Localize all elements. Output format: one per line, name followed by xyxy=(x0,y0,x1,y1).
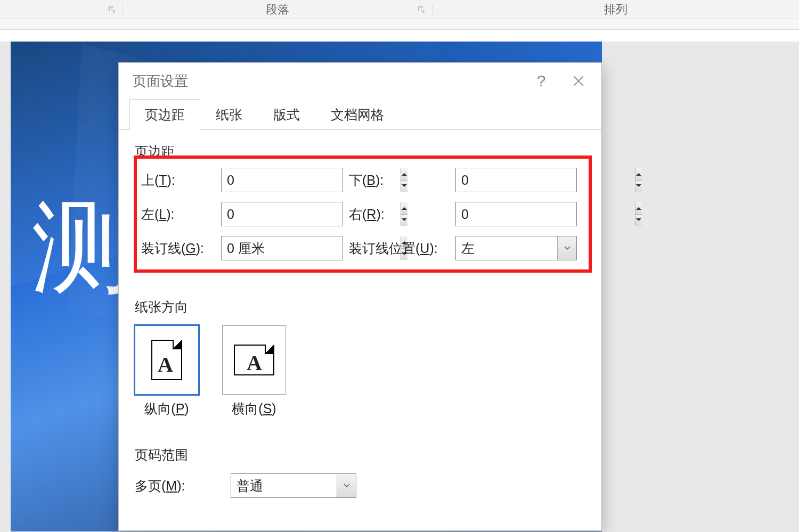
margin-bottom-value[interactable] xyxy=(456,168,635,192)
ribbon-group-arrange[interactable]: 排列 xyxy=(433,0,799,19)
dialog-launcher-icon[interactable] xyxy=(108,5,116,14)
margin-right-input[interactable] xyxy=(455,202,577,226)
dialog-body: 页边距 上(T): 下(B): xyxy=(119,130,601,530)
tab-grid[interactable]: 文档网格 xyxy=(315,99,399,130)
gutter-input[interactable] xyxy=(221,236,343,260)
ribbon-group-left xyxy=(0,0,123,19)
tab-layout[interactable]: 版式 xyxy=(258,99,315,130)
margins-grid: 上(T): 下(B): xyxy=(141,163,583,265)
margin-right-value[interactable] xyxy=(456,202,635,226)
ribbon: 段落 排列 xyxy=(0,0,799,19)
label-gutter-position: 装订线位置(U): xyxy=(344,240,455,257)
orientation-portrait-option[interactable]: A 纵向(P) xyxy=(135,325,199,418)
dialog-launcher-icon[interactable] xyxy=(417,5,426,14)
ribbon-group-arrange-label: 排列 xyxy=(604,2,627,18)
gutter-position-value: 左 xyxy=(456,236,557,260)
tab-paper[interactable]: 纸张 xyxy=(200,99,258,130)
gutter-position-select[interactable]: 左 xyxy=(455,236,577,260)
margin-left-input[interactable] xyxy=(221,202,343,226)
dropdown-button[interactable] xyxy=(337,474,356,497)
label-multi-page: 多页(M): xyxy=(135,477,231,495)
tab-margins[interactable]: 页边距 xyxy=(129,99,200,130)
margin-top-input[interactable] xyxy=(221,168,343,192)
multi-page-select[interactable]: 普通 xyxy=(231,473,356,498)
ruler xyxy=(0,19,799,30)
ribbon-group-paragraph[interactable]: 段落 xyxy=(123,0,432,19)
orientation-portrait-label: 纵向(P) xyxy=(135,400,199,418)
spin-up-button[interactable] xyxy=(635,168,642,181)
label-bottom: 下(B): xyxy=(344,171,455,189)
spin-down-button[interactable] xyxy=(635,215,642,226)
dialog-titlebar[interactable]: 页面设置 ? xyxy=(119,63,601,99)
page-portrait-icon: A xyxy=(151,340,182,380)
spin-up-button[interactable] xyxy=(635,202,642,215)
orientation-landscape-option[interactable]: A 横向(S) xyxy=(222,325,286,418)
page-setup-dialog: 页面设置 ? 页边距 纸张 版式 文档网格 页边距 上(T): xyxy=(118,62,602,531)
ribbon-group-paragraph-label: 段落 xyxy=(266,2,289,18)
label-left: 左(L): xyxy=(141,206,221,223)
section-margins-title: 页边距 xyxy=(135,143,589,160)
section-orientation: 纸张方向 A 纵向(P) xyxy=(135,295,286,418)
margin-bottom-input[interactable] xyxy=(455,168,577,192)
close-button[interactable] xyxy=(560,65,597,97)
page-landscape-icon: A xyxy=(234,345,274,375)
dialog-title: 页面设置 xyxy=(133,72,188,91)
label-right: 右(R): xyxy=(344,206,455,223)
orientation-landscape-label: 横向(S) xyxy=(222,400,286,418)
landscape-thumbnail: A xyxy=(222,325,286,395)
portrait-thumbnail: A xyxy=(135,325,199,395)
label-top: 上(T): xyxy=(141,171,221,189)
section-page-range: 页码范围 多页(M): 普通 xyxy=(135,443,577,499)
dropdown-button[interactable] xyxy=(557,236,576,260)
multi-page-value: 普通 xyxy=(231,474,337,497)
section-orientation-title: 纸张方向 xyxy=(135,298,286,316)
help-button[interactable]: ? xyxy=(523,65,560,97)
section-page-range-title: 页码范围 xyxy=(135,446,577,464)
dialog-tabs: 页边距 纸张 版式 文档网格 xyxy=(119,99,601,130)
label-gutter: 装订线(G): xyxy=(141,240,221,257)
spin-down-button[interactable] xyxy=(635,181,642,192)
